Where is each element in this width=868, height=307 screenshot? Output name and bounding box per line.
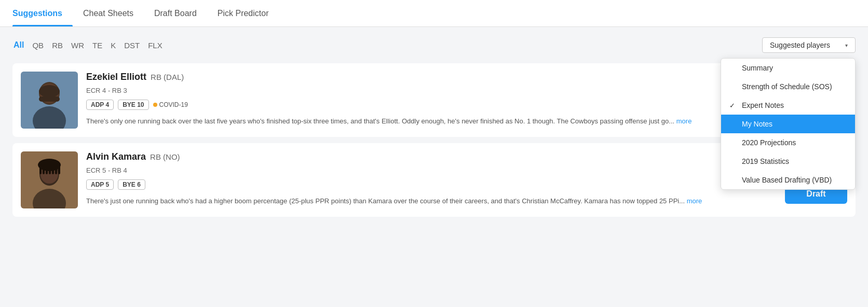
dropdown-item-sos[interactable]: Strength of Schedule (SOS) [721, 77, 855, 96]
svg-rect-5 [39, 96, 60, 102]
position-filters: All QB RB WR TE K DST FLX [12, 38, 164, 52]
player-desc-ezekiel: There's only one running back over the l… [86, 116, 777, 127]
player-badges-ezekiel: ADP 4 BYE 10 COVID-19 [86, 100, 777, 110]
dropdown-menu: Summary Strength of Schedule (SOS) ✓ Exp… [721, 58, 856, 190]
dropdown-item-projections[interactable]: 2020 Projections [721, 133, 855, 152]
pos-filter-rb[interactable]: RB [51, 39, 64, 52]
dropdown-item-statistics[interactable]: 2019 Statistics [721, 152, 855, 171]
player-photo-alvin [21, 151, 78, 208]
suggested-dropdown: Suggested players ▾ Summary Strength of … [762, 37, 856, 53]
dropdown-item-my-notes[interactable]: My Notes [721, 115, 855, 133]
dropdown-trigger[interactable]: Suggested players ▾ [762, 37, 856, 53]
player-info-ezekiel: Ezekiel Elliott RB (DAL) ECR 4 - RB 3 AD… [86, 72, 777, 129]
desc-more-ezekiel[interactable]: more [676, 117, 692, 125]
badge-bye-ezekiel: BYE 10 [118, 100, 148, 110]
dropdown-item-vbd-label: Value Based Drafting (VBD) [742, 176, 832, 184]
player-badges-alvin: ADP 5 BYE 6 [86, 179, 777, 190]
badge-adp-alvin: ADP 5 [86, 179, 114, 190]
nav-item-pick-predictor[interactable]: Pick Predictor [207, 0, 279, 26]
player-ecr-alvin: ECR 5 - RB 4 [86, 166, 777, 174]
player-name-row-ezekiel: Ezekiel Elliott RB (DAL) [86, 72, 777, 82]
player-info-alvin: Alvin Kamara RB (NO) ECR 5 - RB 4 ADP 5 … [86, 151, 777, 208]
dropdown-item-projections-label: 2020 Projections [742, 138, 796, 147]
dropdown-item-my-notes-label: My Notes [742, 120, 772, 128]
dropdown-item-vbd[interactable]: Value Based Drafting (VBD) [721, 171, 855, 189]
pos-filter-k[interactable]: K [110, 39, 117, 52]
nav-item-draft-board[interactable]: Draft Board [144, 0, 207, 26]
player-name-row-alvin: Alvin Kamara RB (NO) [86, 151, 777, 162]
dropdown-item-summary-label: Summary [742, 64, 773, 72]
dropdown-item-statistics-label: 2019 Statistics [742, 157, 789, 165]
player-pos-team-alvin: RB (NO) [150, 152, 180, 161]
chevron-down-icon: ▾ [845, 43, 848, 48]
player-desc-alvin: There's just one running back who's had … [86, 196, 777, 206]
player-name-alvin: Alvin Kamara [86, 151, 146, 162]
nav-item-suggestions[interactable]: Suggestions [12, 0, 73, 26]
player-ecr-ezekiel: ECR 4 - RB 3 [86, 87, 777, 94]
dropdown-item-summary[interactable]: Summary [721, 59, 855, 77]
nav-item-cheat-sheets[interactable]: Cheat Sheets [73, 0, 144, 26]
main-content: All QB RB WR TE K DST FLX Suggested play… [0, 27, 868, 233]
dropdown-label: Suggested players [770, 41, 830, 49]
filter-bar: All QB RB WR TE K DST FLX Suggested play… [12, 37, 856, 53]
nav-bar: Suggestions Cheat Sheets Draft Board Pic… [0, 0, 868, 27]
player-name-ezekiel: Ezekiel Elliott [86, 72, 146, 82]
covid-dot-icon [153, 103, 157, 107]
check-icon-expert-notes: ✓ [729, 102, 738, 109]
pos-filter-dst[interactable]: DST [123, 39, 141, 52]
badge-bye-alvin: BYE 6 [118, 179, 145, 190]
dropdown-item-sos-label: Strength of Schedule (SOS) [742, 82, 832, 91]
player-pos-team-ezekiel: RB (DAL) [151, 73, 184, 81]
badge-covid-ezekiel: COVID-19 [153, 101, 188, 108]
dropdown-item-expert-notes[interactable]: ✓ Expert Notes [721, 96, 855, 115]
pos-filter-wr[interactable]: WR [70, 39, 85, 52]
badge-adp-ezekiel: ADP 4 [86, 100, 114, 110]
desc-more-alvin[interactable]: more [687, 197, 702, 205]
player-photo-ezekiel [21, 72, 78, 129]
pos-filter-te[interactable]: TE [91, 39, 103, 52]
svg-point-17 [38, 159, 61, 171]
pos-filter-flx[interactable]: FLX [147, 39, 164, 52]
pos-filter-all[interactable]: All [12, 38, 25, 52]
svg-point-4 [39, 85, 60, 97]
dropdown-item-expert-notes-label: Expert Notes [742, 101, 784, 109]
pos-filter-qb[interactable]: QB [31, 39, 45, 52]
